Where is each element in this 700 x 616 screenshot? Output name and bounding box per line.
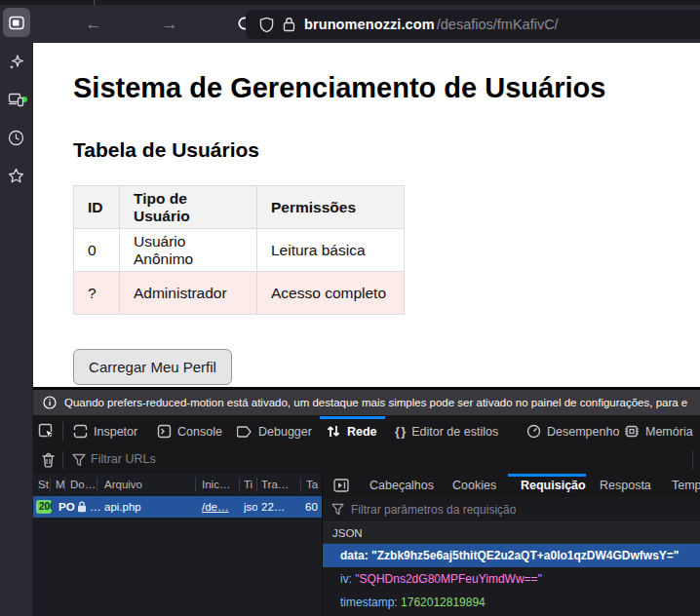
json-section-header[interactable]: JSON [323, 522, 700, 544]
url-bar[interactable]: brunomenozzi.com /desafios/fmKafivC/ [246, 10, 700, 39]
pick-element-button[interactable] [38, 416, 55, 446]
request-domain: … [90, 496, 101, 518]
tab-cookies[interactable]: Cookies [452, 474, 496, 497]
cell-permissoes: Acesso completo [257, 272, 405, 315]
funnel-icon [72, 453, 86, 467]
tab-response[interactable]: Resposta [600, 474, 651, 497]
param-key: timestamp [340, 596, 394, 609]
sparkle-icon [8, 54, 24, 70]
col-file[interactable]: Arquivo [104, 474, 192, 495]
trash-icon [41, 452, 56, 468]
synced-tabs-button[interactable] [8, 92, 24, 108]
tab-style-editor[interactable]: { } Editor de estilos [395, 416, 498, 446]
request-type: json [244, 496, 257, 518]
network-arrows-icon [326, 424, 341, 439]
details-pane-toggle-button[interactable] [333, 479, 349, 492]
param-value: "SQHDns2dG80MPFeuYimdWw==" [355, 572, 541, 586]
status-badge: 200 [36, 500, 52, 514]
col-domain[interactable]: Do… [70, 474, 97, 495]
page-title: Sistema de Gerenciamento de Usuários [73, 72, 605, 104]
col-type[interactable]: Ti [244, 474, 255, 495]
lock-icon [283, 17, 295, 32]
request-list-empty-area [33, 518, 322, 616]
tab-timings[interactable]: Tempo [672, 474, 700, 497]
cell-tipo: Administrador [120, 272, 257, 315]
clear-requests-button[interactable] [41, 452, 56, 468]
network-toolbar: Filtrar URLs [33, 446, 700, 475]
sidebar-toggle-button[interactable] [3, 8, 30, 37]
request-row[interactable]: 200 POST … api.php /de… json 22… 60 [33, 496, 322, 518]
col-header-tipo: Tipo de Usuário [120, 186, 257, 229]
tab-performance[interactable]: Desempenho [526, 416, 619, 446]
param-row-data[interactable]: data: "Zzbk9hz5e6aj5thitQE2u2aQT+a0lo1qz… [323, 544, 700, 567]
memory-chip-icon [624, 424, 640, 439]
devtools-notice-bar: Quando prefers-reduced-motion está ativa… [33, 390, 700, 416]
col-transferred[interactable]: Tra… [261, 474, 297, 495]
back-button[interactable]: ← [82, 13, 105, 36]
console-icon [157, 424, 172, 439]
notice-text: Quando prefers-reduced-motion está ativa… [64, 397, 687, 408]
tab-headers[interactable]: Cabeçalhos [369, 474, 434, 497]
gauge-icon [526, 424, 541, 439]
request-transferred: 22… [261, 496, 285, 518]
table-header-row: ID Tipo de Usuário Permissões [74, 186, 405, 229]
devices-icon [8, 92, 24, 107]
funnel-icon [331, 503, 344, 516]
info-icon [43, 396, 57, 409]
tab-debugger[interactable]: Debugger [237, 416, 312, 446]
param-value: "Zzbk9hz5e6aj5thitQE2u2aQT+a0lo1qzDW4GDw… [371, 549, 679, 562]
param-row-timestamp[interactable]: timestamp: 1762012819894 [323, 591, 700, 614]
shield-icon [259, 17, 274, 33]
param-key: iv [340, 572, 349, 586]
request-initiator: /de… [202, 496, 229, 518]
load-profile-button[interactable]: Carregar Meu Perfil [73, 349, 232, 385]
lock-icon [77, 501, 87, 513]
param-row-iv[interactable]: iv: "SQHDns2dG80MPFeuYimdWw==" [323, 567, 700, 591]
devtools-tabbar: Inspetor Console Debugger Rede [33, 416, 700, 447]
firefox-sidebar [0, 43, 33, 616]
web-page: Sistema de Gerenciamento de Usuários Tab… [33, 43, 700, 387]
play-pane-icon [333, 479, 349, 492]
param-key: data [340, 549, 365, 562]
bookmarks-button[interactable] [8, 168, 24, 184]
cell-id: 0 [74, 229, 120, 272]
request-list-header: St M Do… Arquivo Inic… Ti Tra… Ta [33, 474, 322, 497]
toolbar-separator [62, 422, 63, 441]
inspector-icon [73, 424, 88, 439]
request-file: api.php [104, 496, 141, 518]
debugger-icon [237, 425, 253, 439]
col-header-id: ID [74, 186, 120, 229]
star-icon [8, 168, 24, 184]
ai-chatbot-button[interactable] [8, 54, 24, 70]
section-heading: Tabela de Usuários [73, 138, 259, 162]
clock-icon [8, 130, 24, 146]
request-details-pane: Cabeçalhos Cookies Requisição Resposta T… [322, 474, 700, 616]
devtools-panel: Quando prefers-reduced-motion está ativa… [33, 387, 700, 616]
tab-console[interactable]: Console [157, 416, 222, 446]
braces-icon: { } [395, 424, 406, 439]
tab-memory[interactable]: Memória [624, 416, 693, 446]
params-filter-placeholder: Filtrar parâmetros da requisição [351, 503, 516, 517]
col-initiator[interactable]: Inic… [202, 474, 237, 495]
firefox-window: ← → brunomenozzi.com /desafios/fmKafivC/ [0, 0, 700, 616]
tab-network[interactable]: Rede [326, 416, 377, 446]
details-tabbar: Cabeçalhos Cookies Requisição Resposta T… [323, 474, 700, 498]
request-method: POST [58, 496, 75, 518]
browser-toolbar: ← → brunomenozzi.com /desafios/fmKafivC/ [0, 5, 700, 43]
tab-request[interactable]: Requisição [521, 474, 586, 497]
params-filter-bar[interactable]: Filtrar parâmetros da requisição [323, 497, 700, 522]
tab-inspector[interactable]: Inspetor [73, 416, 137, 446]
col-size[interactable]: Ta [306, 474, 320, 495]
cell-id: ? [74, 272, 120, 315]
cell-permissoes: Leitura básica [257, 229, 405, 272]
request-size: 60 [305, 496, 321, 518]
filter-urls-input[interactable]: Filtrar URLs [91, 452, 156, 466]
pane-divider [692, 450, 693, 470]
col-header-permissoes: Permissões [257, 186, 405, 229]
pick-element-icon [38, 423, 55, 440]
url-path: /desafios/fmKafivC/ [437, 17, 559, 32]
table-row: 0 Usuário Anônimo Leitura básica [74, 229, 405, 272]
forward-button[interactable]: → [158, 13, 181, 36]
history-button[interactable] [8, 130, 24, 146]
table-row-admin: ? Administrador Acesso completo [74, 272, 405, 315]
